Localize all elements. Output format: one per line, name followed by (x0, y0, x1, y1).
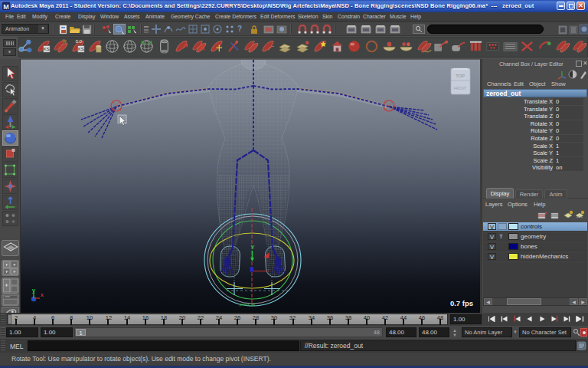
svg-text:KS: KS (44, 47, 50, 51)
svg-text:D.O: D.O (76, 40, 83, 44)
svg-text:TOP: TOP (456, 74, 465, 78)
svg-text:x: x (41, 292, 44, 297)
svg-text:0.7 fps: 0.7 fps (450, 299, 473, 307)
svg-text:pelvis_W: pelvis_W (240, 302, 256, 307)
svg-text:FRONT: FRONT (453, 86, 466, 90)
svg-text:M: M (3, 3, 9, 11)
svg-text:y: y (32, 287, 36, 294)
svg-text:Y: Y (250, 244, 254, 251)
svg-text:KS: KS (78, 47, 84, 51)
